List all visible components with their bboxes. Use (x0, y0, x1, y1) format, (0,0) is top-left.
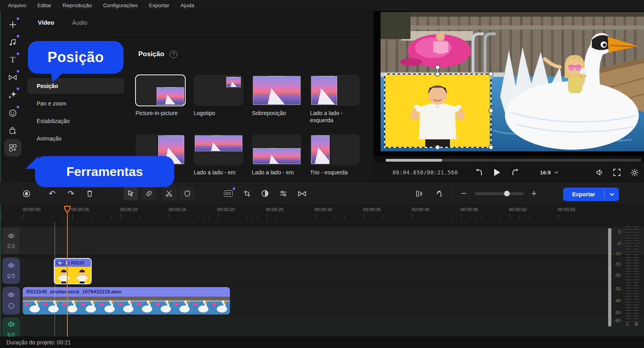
preset-layout-side-bottom (253, 148, 300, 164)
video-clip[interactable]: RS11549_shutterstock_1079432219.mov (23, 287, 230, 315)
meter-scale-label: -30 (610, 286, 623, 291)
track-lane-overlay1[interactable] (1, 257, 644, 285)
video-viewport[interactable] (373, 11, 644, 156)
record-button[interactable] (21, 183, 32, 204)
eye-icon[interactable] (8, 233, 15, 239)
crop-button[interactable] (242, 183, 253, 204)
preset-thumbnail[interactable] (194, 134, 243, 165)
ruler-label: 00:00:40 (412, 207, 430, 212)
playhead-marker[interactable] (64, 205, 71, 213)
menubar-item-arquivo[interactable]: Arquivo (8, 2, 26, 8)
position-preset[interactable]: Picture-in-picture (135, 75, 185, 124)
eye-icon[interactable] (8, 292, 15, 297)
track-lane-overlay2[interactable] (1, 227, 644, 255)
preset-thumbnail[interactable] (194, 75, 243, 106)
track-lane-audio[interactable] (1, 317, 644, 336)
sidebar-item-effects[interactable] (4, 87, 22, 103)
preset-thumbnail[interactable] (310, 134, 360, 165)
titles-icon: T (10, 55, 15, 65)
preset-thumbnail[interactable] (252, 134, 302, 165)
zoom-out-button[interactable]: − (459, 183, 469, 204)
audio-levels-button[interactable] (414, 183, 425, 204)
zoom-in-button[interactable]: + (529, 183, 539, 204)
preview-volume-icon[interactable] (596, 169, 603, 176)
aspect-ratio-select[interactable]: 16:9 (540, 170, 558, 176)
menubar-item-ajuda[interactable]: Ajuda (181, 2, 194, 8)
transition-wizard-button[interactable] (296, 183, 308, 204)
position-preset[interactable]: Trio - esquerda (310, 134, 360, 176)
sparkles-icon (8, 91, 17, 99)
meter-scale-label: -20 (610, 273, 623, 278)
sidebar-item-stickers[interactable] (4, 105, 22, 121)
preset-layout-trio-left (311, 135, 330, 164)
callout-tools-label: Ferramentas (66, 164, 143, 179)
music-note-icon (9, 39, 17, 46)
preset-thumbnail[interactable] (135, 75, 185, 106)
preset-row-1: Picture-in-pictureLogotipoSobreposiçãoLa… (135, 75, 360, 124)
playhead-line[interactable] (67, 213, 68, 336)
position-preset[interactable]: Sobreposição (252, 75, 302, 124)
badge-dot (17, 88, 19, 90)
play-button[interactable] (494, 169, 500, 176)
meter-bar-right (634, 226, 639, 324)
menubar-item-reproducao[interactable]: Reprodução (63, 2, 92, 8)
snap-icon[interactable] (8, 303, 15, 309)
ruler-label: 00:00:15 (169, 207, 187, 212)
tools-menu-item[interactable]: Estabilização (27, 113, 124, 129)
menubar-item-editar[interactable]: Editar (37, 2, 51, 8)
subtitles-button[interactable]: CC (222, 183, 234, 204)
settings-gear-icon[interactable] (631, 169, 638, 176)
motion-tracking-button[interactable] (434, 183, 445, 204)
tab-audio[interactable]: Áudio (72, 19, 87, 26)
tools-menu-item[interactable]: Pan e zoom (27, 96, 124, 111)
sidebar-item-titles[interactable]: T (4, 52, 22, 68)
ruler-label: 00:00:25 (266, 207, 284, 212)
ruler-label: 00:00:35 (363, 207, 381, 212)
preview-seek-bar[interactable] (386, 159, 641, 162)
sidebar-item-audio[interactable] (4, 34, 22, 50)
position-preset[interactable]: Logotipo (194, 75, 243, 124)
overlay-clip[interactable]: fx · 1 RS115 (54, 258, 92, 284)
timeline-zoom-slider[interactable] (474, 183, 524, 204)
position-preset[interactable]: Lado a lado - em (252, 134, 302, 176)
overlay-clip-thumbnails (55, 267, 91, 283)
menubar-item-exportar[interactable]: Exportar (149, 2, 169, 8)
tab-video[interactable]: Vídeo (38, 19, 54, 26)
position-preset[interactable]: Lado a lado - em (194, 134, 243, 176)
menubar: ArquivoEditarReproduçãoConfiguraçõesExpo… (0, 0, 644, 11)
meter-channel-right: R (635, 322, 638, 326)
position-preset[interactable]: Lado a lado - esquerda (310, 75, 360, 124)
help-icon[interactable]: ? (170, 51, 177, 58)
preset-thumbnail[interactable] (252, 75, 302, 106)
meter-scale-label: -5 (610, 241, 623, 246)
jump-back-icon[interactable] (475, 169, 483, 176)
zoom-slider-handle[interactable] (504, 191, 510, 196)
marker-tool[interactable] (180, 183, 194, 204)
ruler-label: 00:00:20 (217, 207, 235, 212)
eye-icon[interactable] (8, 263, 15, 268)
meter-scale-label: -50 (610, 310, 623, 315)
sidebar-item-transitions[interactable] (4, 69, 22, 85)
link-icon[interactable] (8, 244, 15, 248)
audio-track-volume-icon[interactable] (8, 321, 15, 327)
adjustments-button[interactable] (278, 183, 289, 204)
fullscreen-icon[interactable] (613, 169, 620, 176)
tools-menu-item[interactable]: Posição (27, 78, 124, 94)
smiley-icon (9, 109, 17, 117)
sidebar-item-more-tools[interactable] (4, 139, 22, 156)
sidebar-item-add-media[interactable] (4, 17, 22, 33)
export-dropdown[interactable] (605, 193, 619, 196)
preview-seek-fill (386, 159, 442, 162)
unlink-icon[interactable] (8, 273, 15, 279)
preview-controls: 00:04.650/00:21.560 16:9 (373, 162, 644, 182)
menubar-item-configuracoes[interactable]: Configurações (103, 2, 138, 8)
sidebar-item-store[interactable] (4, 123, 22, 139)
export-button[interactable]: Exportar (563, 188, 619, 201)
ruler-label: 00:00:50 (509, 207, 527, 212)
edit-guide-line (55, 221, 55, 336)
vertical-scrollbar[interactable] (608, 228, 611, 326)
tools-menu-item[interactable]: Animação (27, 131, 124, 147)
color-correction-button[interactable] (259, 183, 271, 204)
preset-thumbnail[interactable] (310, 75, 360, 106)
jump-forward-icon[interactable] (511, 169, 519, 176)
